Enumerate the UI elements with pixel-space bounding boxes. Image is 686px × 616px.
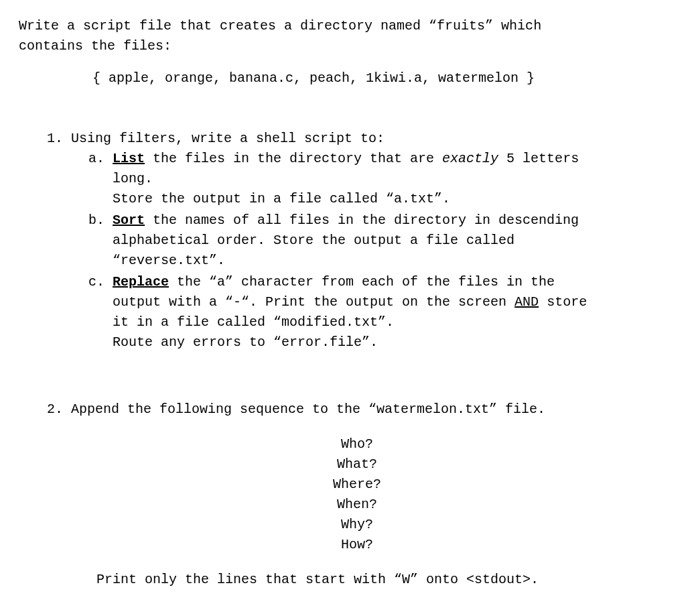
q1-a: a. List the files in the directory that …	[88, 149, 667, 209]
q1-b: b. Sort the names of all files in the di…	[88, 210, 667, 271]
q1-a-body: List the files in the directory that are…	[113, 149, 635, 169]
q1-a-exactly: exactly	[442, 151, 498, 166]
q1-c-cont3: Route any errors to “error.file”.	[88, 332, 635, 353]
q2-sequence: Who? What? Where? When? Why? How?	[47, 434, 667, 555]
intro-line-1: Write a script file that creates a direc…	[19, 16, 667, 36]
seq-line: How?	[47, 535, 667, 555]
seq-line: What?	[47, 454, 667, 475]
seq-line: When?	[47, 495, 667, 515]
q1-c-cont1b: store	[539, 294, 587, 310]
q2-outro: Print only the lines that start with “W”…	[47, 570, 667, 590]
q1-b-cont2: “reverse.txt”.	[88, 251, 635, 271]
q1-c-rest1: the “a” character from each of the files…	[169, 274, 555, 290]
q1-c-cont1a: output with a “-“. Print the output on t…	[113, 294, 514, 310]
q1-a-rest1: the files in the directory that are	[145, 151, 442, 166]
q1-a-cont1: long.	[88, 169, 635, 189]
q1-c-cont2: it in a file called “modified.txt”.	[88, 312, 635, 332]
q2-lead: 2. Append the following sequence to the …	[47, 399, 667, 420]
q1-c: c. Replace the “a” character from each o…	[88, 272, 667, 353]
q1-c-and: AND	[514, 294, 539, 310]
q1-b-rest1: the names of all files in the directory …	[145, 212, 579, 228]
q1-a-cont2: Store the output in a file called “a.txt…	[88, 189, 635, 209]
q1-a-marker: a.	[88, 149, 113, 169]
q1-b-marker: b.	[88, 210, 113, 231]
q1-c-verb: Replace	[113, 274, 169, 290]
seq-line: Why?	[47, 515, 667, 535]
q1-c-body: Replace the “a” character from each of t…	[113, 272, 635, 292]
q1-c-marker: c.	[88, 272, 113, 292]
q1-b-body: Sort the names of all files in the direc…	[113, 210, 635, 231]
q1-sublist: a. List the files in the directory that …	[47, 149, 667, 353]
q1-a-rest1b: 5 letters	[498, 151, 579, 166]
q1-a-verb: List	[113, 151, 145, 166]
intro-paragraph: Write a script file that creates a direc…	[19, 16, 667, 56]
q1-b-cont1: alphabetical order. Store the output a f…	[88, 231, 635, 251]
question-2: 2. Append the following sequence to the …	[19, 399, 667, 590]
intro-line-2: contains the files:	[19, 36, 667, 56]
q1-lead: 1. Using filters, write a shell script t…	[47, 129, 667, 149]
q1-b-verb: Sort	[113, 212, 145, 228]
q1-c-cont1: output with a “-“. Print the output on t…	[88, 292, 635, 312]
file-set: { apple, orange, banana.c, peach, 1kiwi.…	[19, 68, 667, 88]
seq-line: Where?	[47, 475, 667, 495]
question-1: 1. Using filters, write a shell script t…	[19, 129, 667, 353]
seq-line: Who?	[47, 434, 667, 454]
